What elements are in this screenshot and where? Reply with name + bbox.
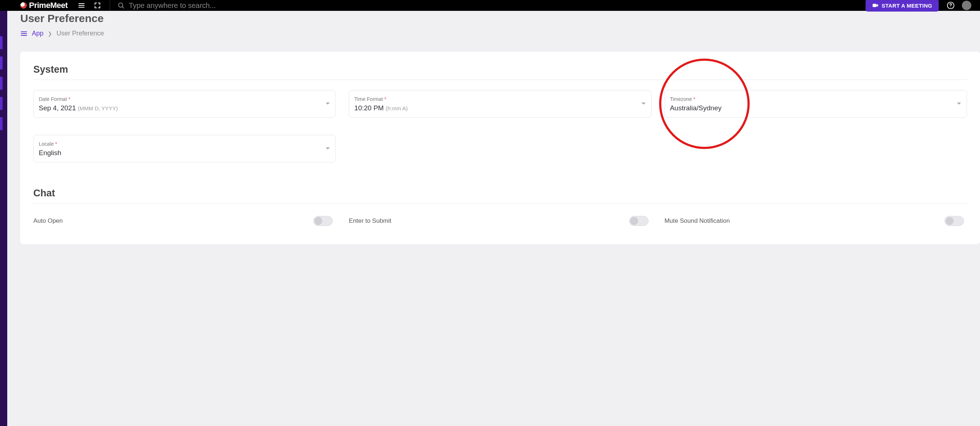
- chevron-down-icon: [641, 101, 646, 106]
- breadcrumb-current: User Preference: [57, 30, 104, 37]
- timezone-value: Australia/Sydney: [670, 104, 722, 112]
- mute-sound-toggle[interactable]: [945, 216, 964, 226]
- date-format-value: Sep 4, 2021: [39, 104, 76, 112]
- avatar[interactable]: [962, 1, 971, 10]
- sidebar-strip: [0, 0, 7, 426]
- topbar-divider: [110, 0, 110, 11]
- date-format-label: Date Format: [39, 96, 67, 102]
- svg-rect-5: [873, 4, 877, 7]
- menu-toggle-icon[interactable]: [78, 2, 85, 9]
- search-icon: [117, 2, 124, 9]
- locale-select[interactable]: Locale * English: [33, 135, 336, 162]
- fullscreen-icon[interactable]: [94, 2, 101, 9]
- section-title-chat: Chat: [33, 188, 967, 204]
- breadcrumb: App ❯ User Preference: [20, 30, 967, 37]
- time-format-label: Time Format: [354, 96, 383, 102]
- chat-toggle-row: Auto Open Enter to Submit Mute Sound Not…: [33, 214, 967, 226]
- auto-open-field: Auto Open: [33, 216, 336, 226]
- required-mark: *: [55, 141, 57, 147]
- timezone-select[interactable]: Timezone * Australia/Sydney: [665, 90, 967, 117]
- svg-point-7: [950, 7, 951, 8]
- video-icon: [872, 2, 878, 9]
- system-row-1: Date Format * Sep 4, 2021 (MMM D, YYYY) …: [33, 90, 967, 117]
- start-meeting-button[interactable]: START A MEETING: [865, 0, 939, 11]
- help-icon[interactable]: [947, 2, 955, 10]
- search-input[interactable]: [129, 2, 252, 10]
- chevron-down-icon: [325, 101, 330, 106]
- logo-icon: [20, 2, 27, 9]
- global-search[interactable]: [117, 2, 865, 10]
- svg-line-4: [123, 7, 124, 8]
- locale-label: Locale: [39, 141, 54, 147]
- time-format-hint: (h:mm A): [386, 105, 408, 111]
- enter-submit-label: Enter to Submit: [349, 217, 391, 225]
- settings-card: System Date Format * Sep 4, 2021 (MMM D,…: [20, 52, 980, 244]
- date-format-select[interactable]: Date Format * Sep 4, 2021 (MMM D, YYYY): [33, 90, 336, 117]
- breadcrumb-menu-icon[interactable]: [20, 30, 27, 37]
- mute-sound-label: Mute Sound Notification: [665, 217, 730, 225]
- section-title-system: System: [33, 64, 967, 80]
- enter-submit-toggle[interactable]: [629, 216, 649, 226]
- page-header: User Preference App ❯ User Preference: [7, 11, 980, 52]
- chevron-down-icon: [956, 101, 961, 106]
- required-mark: *: [384, 96, 386, 102]
- date-format-hint: (MMM D, YYYY): [78, 105, 118, 111]
- mute-sound-field: Mute Sound Notification: [665, 216, 967, 226]
- brand-logo: PrimeMeet: [20, 1, 68, 10]
- required-mark: *: [694, 96, 695, 102]
- system-row-2: Locale * English: [33, 135, 967, 162]
- page-body: User Preference App ❯ User Preference Sy…: [7, 0, 980, 244]
- time-format-select[interactable]: Time Format * 10:20 PM (h:mm A): [349, 90, 651, 117]
- topbar: PrimeMeet START A MEETING: [0, 0, 980, 11]
- auto-open-label: Auto Open: [33, 217, 63, 225]
- sidebar-indicator: [0, 97, 3, 110]
- required-mark: *: [68, 96, 70, 102]
- chevron-right-icon: ❯: [48, 31, 52, 36]
- locale-value: English: [39, 149, 61, 157]
- chevron-down-icon: [325, 146, 330, 151]
- start-meeting-label: START A MEETING: [881, 3, 932, 9]
- brand-name: PrimeMeet: [29, 1, 68, 10]
- auto-open-toggle[interactable]: [313, 216, 333, 226]
- sidebar-indicator: [0, 56, 3, 70]
- time-format-value: 10:20 PM: [354, 104, 383, 112]
- sidebar-indicator: [0, 36, 3, 49]
- sidebar-indicator: [0, 77, 3, 90]
- sidebar-indicator: [0, 117, 3, 130]
- page-title: User Preference: [20, 12, 967, 25]
- enter-submit-field: Enter to Submit: [349, 216, 651, 226]
- breadcrumb-root-link[interactable]: App: [32, 30, 43, 37]
- timezone-label: Timezone: [670, 96, 692, 102]
